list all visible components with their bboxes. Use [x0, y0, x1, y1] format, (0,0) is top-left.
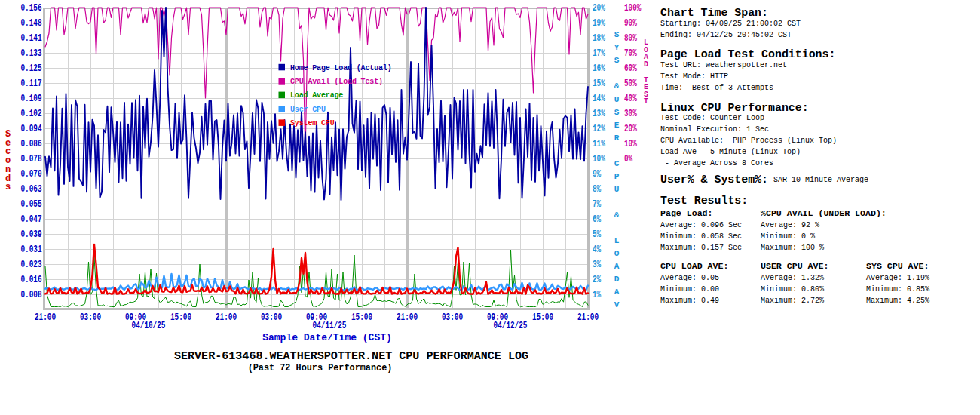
svg-text:14%: 14%: [593, 94, 605, 104]
svg-text:Ending: 04/12/25 20:45:02 CST: Ending: 04/12/25 20:45:02 CST: [660, 31, 792, 39]
svg-text:0.086: 0.086: [21, 139, 42, 149]
svg-text:Page Load Test Conditions:: Page Load Test Conditions:: [660, 48, 835, 61]
svg-text:USER CPU AVE:: USER CPU AVE:: [761, 261, 828, 271]
svg-text:Minimum: 0.00: Minimum: 0.00: [660, 285, 719, 294]
svg-text:8%: 8%: [593, 184, 602, 195]
svg-text:0.055: 0.055: [21, 199, 42, 210]
svg-text:E: E: [614, 121, 620, 130]
svg-text:&: &: [614, 211, 620, 220]
svg-text:A: A: [614, 262, 620, 271]
svg-text:0.141: 0.141: [21, 33, 42, 44]
svg-text:CPU Available: PHP Process (L: CPU Available: PHP Process (Linux Top): [660, 137, 837, 145]
svg-text:Nominal Execution: 1 Sec: Nominal Execution: 1 Sec: [660, 125, 769, 134]
svg-text:11%: 11%: [593, 139, 605, 149]
svg-text:SERVER-613468.WEATHERSPOTTER.N: SERVER-613468.WEATHERSPOTTER.NET CPU PER…: [174, 350, 528, 363]
svg-text:19%: 19%: [593, 18, 605, 29]
svg-text:0.008: 0.008: [21, 290, 42, 300]
svg-text:15:00: 15:00: [532, 312, 553, 323]
svg-text:Minimum: 0.85%: Minimum: 0.85%: [866, 285, 929, 294]
svg-text:100%: 100%: [624, 3, 642, 14]
svg-text:Maximum: 100 %: Maximum: 100 %: [761, 244, 824, 252]
svg-text:U: U: [614, 185, 620, 194]
svg-text:90%: 90%: [624, 18, 637, 29]
svg-text:04/12/25: 04/12/25: [494, 321, 528, 331]
svg-text:0.156: 0.156: [21, 3, 42, 14]
svg-text:80%: 80%: [624, 33, 637, 44]
svg-text:Test Mode: HTTP: Test Mode: HTTP: [660, 72, 728, 81]
svg-text:20%: 20%: [593, 3, 605, 14]
svg-text:V: V: [614, 300, 620, 309]
svg-text:SAR 10 Minute Average: SAR 10 Minute Average: [773, 176, 868, 184]
svg-text:70%: 70%: [624, 48, 637, 59]
svg-text:7%: 7%: [593, 199, 602, 210]
svg-text:User CPU: User CPU: [290, 106, 326, 114]
svg-text:CPU LOAD AVE:: CPU LOAD AVE:: [660, 261, 728, 271]
svg-text:Maximum: 0.49: Maximum: 0.49: [660, 297, 719, 305]
svg-text:0.109: 0.109: [21, 94, 42, 104]
svg-text:D: D: [644, 60, 648, 69]
svg-text:21:00: 21:00: [577, 312, 599, 323]
svg-text:15:00: 15:00: [170, 312, 191, 323]
svg-text:21:00: 21:00: [35, 312, 56, 323]
svg-text:Minimum: 0.058 Sec: Minimum: 0.058 Sec: [660, 232, 742, 241]
svg-text:18%: 18%: [593, 33, 605, 44]
svg-text:CPU Avail (Load Test): CPU Avail (Load Test): [290, 78, 383, 86]
svg-text:0.102: 0.102: [21, 109, 42, 119]
svg-text:&: &: [614, 81, 620, 91]
svg-text:0.133: 0.133: [21, 48, 42, 59]
svg-text:Starting: 04/09/25 21:00:02 CS: Starting: 04/09/25 21:00:02 CST: [660, 20, 801, 28]
svg-text:Load Ave - 5 Minute (Linux Top: Load Ave - 5 Minute (Linux Top): [660, 148, 801, 156]
svg-text:0.031: 0.031: [21, 244, 42, 255]
svg-text:10%: 10%: [624, 139, 637, 149]
svg-text:T: T: [644, 97, 648, 106]
svg-text:0.023: 0.023: [21, 260, 42, 270]
svg-text:Average: 0.05: Average: 0.05: [660, 274, 719, 282]
svg-text:6%: 6%: [593, 214, 602, 225]
svg-text:User% & System%:: User% & System%:: [660, 174, 768, 186]
svg-text:0.148: 0.148: [21, 18, 42, 29]
svg-text:16%: 16%: [593, 63, 605, 74]
svg-text:0.063: 0.063: [21, 184, 42, 195]
svg-text:Average: 1.19%: Average: 1.19%: [866, 274, 929, 282]
svg-text:Maximum: 2.72%: Maximum: 2.72%: [761, 297, 824, 305]
svg-text:15:00: 15:00: [351, 312, 372, 323]
svg-text:A: A: [614, 287, 620, 297]
svg-text:4%: 4%: [593, 244, 602, 255]
svg-text:Test URL: weatherspotter.net: Test URL: weatherspotter.net: [660, 61, 787, 69]
svg-text:Minimum: 0.80%: Minimum: 0.80%: [761, 285, 824, 294]
svg-text:Average: 0.096 Sec: Average: 0.096 Sec: [660, 221, 742, 229]
svg-text:30%: 30%: [624, 109, 637, 119]
svg-text:S: S: [614, 108, 620, 117]
svg-text:Sample Date/Time (CST): Sample Date/Time (CST): [262, 332, 392, 343]
svg-text:0.094: 0.094: [21, 124, 42, 134]
svg-text:2%: 2%: [593, 275, 602, 285]
svg-text:9%: 9%: [593, 169, 602, 180]
svg-text:Test Results:: Test Results:: [660, 195, 748, 208]
svg-text:C: C: [614, 159, 620, 168]
svg-text:D: D: [614, 275, 620, 284]
svg-text:System CPU: System CPU: [290, 119, 335, 128]
svg-text:0.016: 0.016: [21, 275, 42, 285]
svg-text:SYS CPU AVE:: SYS CPU AVE:: [866, 261, 929, 271]
svg-text:10%: 10%: [593, 154, 605, 164]
svg-text:Maximum: 4.25%: Maximum: 4.25%: [866, 297, 929, 305]
svg-text:03:00: 03:00: [261, 312, 282, 323]
svg-text:- Average Across 8 Cores: - Average Across 8 Cores: [660, 159, 773, 168]
svg-text:0.117: 0.117: [21, 78, 42, 89]
svg-text:04/11/25: 04/11/25: [313, 321, 347, 331]
svg-text:60%: 60%: [624, 63, 637, 74]
svg-text:0.125: 0.125: [21, 63, 42, 74]
svg-text:P: P: [614, 172, 620, 181]
svg-text:20%: 20%: [624, 124, 637, 134]
svg-text:0.039: 0.039: [21, 229, 42, 240]
svg-text:13%: 13%: [593, 109, 605, 119]
svg-text:21:00: 21:00: [216, 312, 237, 323]
svg-text:03:00: 03:00: [442, 312, 463, 323]
svg-text:1%: 1%: [593, 290, 602, 300]
svg-text:Average: 92 %: Average: 92 %: [761, 221, 819, 229]
svg-text:5%: 5%: [593, 229, 602, 240]
svg-text:O: O: [614, 249, 620, 258]
svg-text:0.047: 0.047: [21, 214, 42, 225]
svg-text:S: S: [614, 30, 620, 39]
svg-text:3%: 3%: [593, 260, 602, 270]
